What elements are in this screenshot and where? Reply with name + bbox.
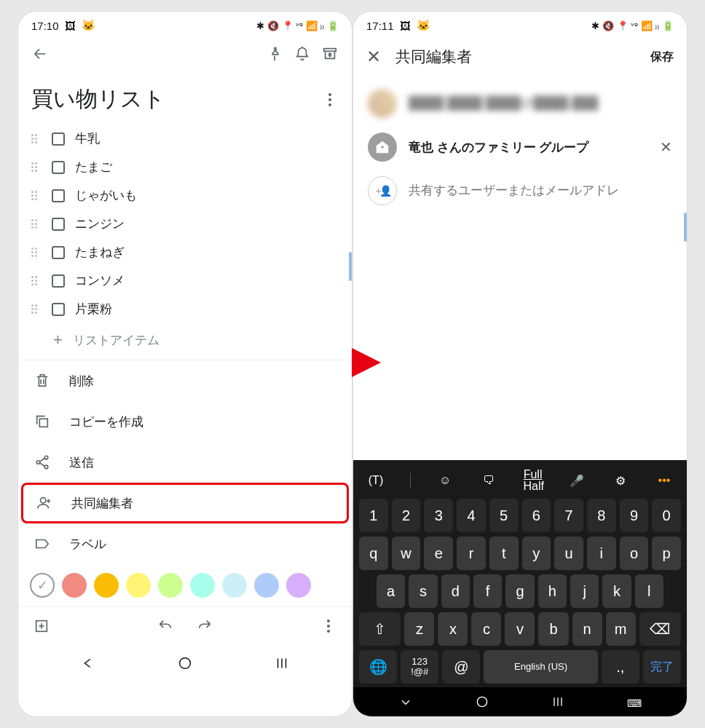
- archive-icon[interactable]: [321, 45, 339, 63]
- nav-home-icon[interactable]: [475, 695, 489, 712]
- menu-collaborators[interactable]: 共同編集者: [21, 483, 349, 523]
- list-item[interactable]: たまご: [31, 153, 339, 181]
- kbd-cursor-icon[interactable]: (T): [366, 474, 385, 487]
- key[interactable]: 0: [652, 499, 681, 532]
- nav-recents-icon[interactable]: [274, 655, 290, 674]
- color-swatch-white[interactable]: [30, 573, 55, 598]
- key[interactable]: y: [522, 537, 551, 570]
- key[interactable]: d: [441, 574, 470, 608]
- kbd-sticker-icon[interactable]: 🗨: [479, 474, 498, 487]
- color-swatch-red[interactable]: [62, 573, 87, 598]
- key[interactable]: 3: [424, 499, 453, 532]
- color-swatch-purple[interactable]: [286, 573, 311, 598]
- overflow-menu-icon[interactable]: [321, 93, 339, 106]
- reminder-icon[interactable]: [294, 45, 311, 63]
- drag-handle-icon[interactable]: [31, 162, 42, 172]
- drag-handle-icon[interactable]: [31, 134, 42, 143]
- key[interactable]: 6: [522, 499, 551, 532]
- key-globe[interactable]: 🌐: [359, 650, 397, 684]
- key[interactable]: 5: [489, 499, 519, 532]
- key-at[interactable]: @: [442, 650, 480, 684]
- redo-icon[interactable]: [196, 617, 213, 635]
- key[interactable]: a: [377, 574, 405, 608]
- key-shift[interactable]: ⇧: [359, 612, 401, 646]
- menu-copy[interactable]: コピーを作成: [18, 401, 352, 442]
- checkbox[interactable]: [52, 189, 65, 202]
- key-symbols[interactable]: 123 !@#: [401, 650, 438, 684]
- add-collaborator-row[interactable]: [353, 169, 687, 213]
- key[interactable]: p: [652, 537, 681, 570]
- key[interactable]: k: [602, 574, 631, 608]
- list-item[interactable]: コンソメ: [31, 266, 339, 295]
- checkbox[interactable]: [52, 161, 65, 174]
- drag-handle-icon[interactable]: [31, 304, 42, 314]
- kbd-fullhalf-toggle[interactable]: FullHalf: [524, 469, 543, 492]
- remove-collaborator-icon[interactable]: ✕: [660, 138, 672, 156]
- menu-labels[interactable]: ラベル: [18, 523, 352, 564]
- key[interactable]: i: [587, 537, 616, 570]
- nav-back-icon[interactable]: [398, 695, 413, 712]
- list-item[interactable]: じゃがいも: [31, 181, 339, 210]
- key[interactable]: w: [392, 537, 421, 570]
- note-title[interactable]: 買い物リスト: [31, 84, 321, 114]
- key[interactable]: b: [538, 612, 568, 646]
- key[interactable]: j: [570, 574, 599, 608]
- key[interactable]: e: [424, 537, 453, 570]
- undo-icon[interactable]: [157, 617, 174, 635]
- key[interactable]: m: [606, 612, 636, 646]
- list-item[interactable]: 牛乳: [31, 124, 339, 153]
- drag-handle-icon[interactable]: [31, 248, 42, 257]
- key[interactable]: n: [572, 612, 602, 646]
- key[interactable]: 7: [554, 499, 583, 532]
- key[interactable]: 8: [587, 499, 616, 532]
- checkbox[interactable]: [52, 218, 65, 231]
- menu-send[interactable]: 送信: [18, 442, 352, 483]
- checkbox[interactable]: [52, 274, 65, 288]
- color-swatch-orange[interactable]: [94, 573, 119, 598]
- nav-keyboard-icon[interactable]: ⌨: [627, 697, 642, 709]
- drag-handle-icon[interactable]: [31, 191, 42, 200]
- more-icon[interactable]: [320, 620, 337, 633]
- key[interactable]: s: [409, 574, 437, 608]
- key[interactable]: c: [471, 612, 501, 646]
- key[interactable]: h: [538, 574, 567, 608]
- color-swatch-green[interactable]: [158, 573, 183, 598]
- key-done[interactable]: 完了: [643, 650, 681, 684]
- nav-home-icon[interactable]: [177, 655, 193, 674]
- save-button[interactable]: 保存: [650, 50, 674, 65]
- add-list-item[interactable]: +リストアイテム: [31, 323, 339, 360]
- key[interactable]: 2: [392, 499, 421, 532]
- add-content-icon[interactable]: [33, 617, 50, 635]
- color-swatch-teal[interactable]: [190, 573, 215, 598]
- pin-icon[interactable]: [266, 45, 283, 63]
- checkbox[interactable]: [52, 132, 65, 146]
- color-swatch-cyan[interactable]: [222, 573, 247, 598]
- key-period[interactable]: .,: [602, 650, 639, 684]
- drag-handle-icon[interactable]: [31, 276, 42, 285]
- key[interactable]: l: [635, 574, 663, 608]
- back-icon[interactable]: [31, 45, 49, 63]
- list-item[interactable]: 片栗粉: [31, 295, 339, 323]
- key[interactable]: x: [438, 612, 468, 646]
- color-swatch-blue[interactable]: [254, 573, 279, 598]
- key[interactable]: r: [457, 537, 486, 570]
- key-backspace[interactable]: ⌫: [639, 612, 681, 646]
- key[interactable]: z: [404, 612, 434, 646]
- kbd-settings-icon[interactable]: ⚙: [611, 474, 630, 488]
- kbd-mic-icon[interactable]: 🎤: [567, 474, 586, 488]
- key[interactable]: f: [473, 574, 502, 608]
- key[interactable]: v: [505, 612, 535, 646]
- nav-recents-icon[interactable]: [551, 695, 565, 712]
- key[interactable]: t: [489, 537, 519, 570]
- key[interactable]: u: [554, 537, 583, 570]
- key-space[interactable]: English (US): [484, 650, 597, 684]
- kbd-more-icon[interactable]: •••: [655, 474, 674, 487]
- menu-delete[interactable]: 削除: [18, 360, 352, 401]
- color-swatch-yellow[interactable]: [126, 573, 151, 598]
- checkbox[interactable]: [52, 303, 65, 316]
- key[interactable]: g: [505, 574, 534, 608]
- list-item[interactable]: たまねぎ: [31, 238, 339, 266]
- drag-handle-icon[interactable]: [31, 219, 42, 229]
- key[interactable]: q: [359, 537, 388, 570]
- list-item[interactable]: ニンジン: [31, 210, 339, 238]
